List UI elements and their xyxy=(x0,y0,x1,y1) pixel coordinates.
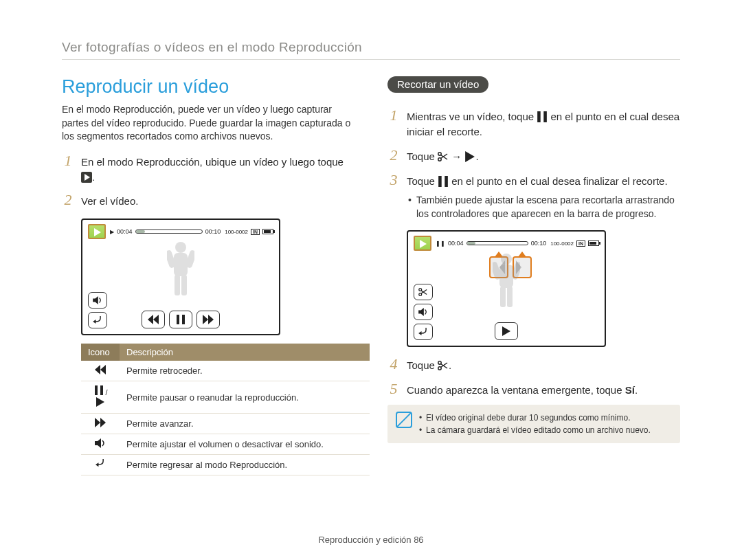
table-row: Permite avanzar. xyxy=(81,414,370,434)
play-square-icon xyxy=(81,172,92,183)
intro-text: En el modo Reproducción, puede ver un ví… xyxy=(62,103,355,144)
video-player-screenshot: ▶ 00:04 00:10 100-0002 IN xyxy=(81,219,280,335)
pause-icon xyxy=(93,385,105,395)
step-text: En el modo Reproducción, ubique un vídeo… xyxy=(81,155,355,185)
table-row: Permite regresar al modo Reproducción. xyxy=(81,455,370,475)
progress-bar xyxy=(135,229,203,234)
table-desc: Permite pausar o reanudar la reproducció… xyxy=(120,381,370,414)
storage-icon: IN xyxy=(576,240,585,247)
table-desc: Permite retroceder. xyxy=(120,361,370,381)
icon-description-table: Icono Descripción Permite retroceder. / … xyxy=(81,344,370,475)
back-button xyxy=(88,312,107,328)
forward-icon xyxy=(94,418,106,427)
battery-icon xyxy=(588,240,599,246)
time-total: 00:10 xyxy=(205,228,221,235)
pause-button xyxy=(169,311,192,328)
time-current: 00:04 xyxy=(448,240,464,247)
pause-icon xyxy=(438,176,449,187)
progress-bar xyxy=(466,241,528,245)
time-current: 00:04 xyxy=(117,228,133,235)
forward-button xyxy=(196,311,220,328)
step-text: Ver el vídeo. xyxy=(81,194,138,209)
table-desc: Permite avanzar. xyxy=(120,414,370,434)
file-number: 100-0002 xyxy=(550,240,574,247)
table-header-icon: Icono xyxy=(81,344,120,361)
play-icon xyxy=(464,151,475,162)
table-header-desc: Descripción xyxy=(120,344,370,361)
note-item: El vídeo original debe durar 10 segundos… xyxy=(419,412,651,424)
table-row: Permite retroceder. xyxy=(81,361,370,381)
breadcrumb: Ver fotografías o vídeos en el modo Repr… xyxy=(62,40,680,55)
note-item: La cámara guardará el vídeo editado como… xyxy=(419,424,651,436)
table-desc: Permite regresar al modo Reproducción. xyxy=(120,455,370,475)
table-row: Permite ajustar el volumen o desactivar … xyxy=(81,434,370,455)
step-text: Cuando aparezca la ventana emergente, to… xyxy=(407,383,638,398)
volume-icon xyxy=(94,438,106,448)
table-desc: Permite ajustar el volumen o desactivar … xyxy=(120,434,370,455)
volume-button xyxy=(88,292,107,309)
step-text: Toque . xyxy=(407,358,451,373)
step-text: Toque → . xyxy=(407,149,479,164)
figure-silhouette xyxy=(167,240,194,297)
thumbnail-icon xyxy=(414,236,431,251)
thumbnail-icon xyxy=(88,224,106,239)
pause-icon xyxy=(537,111,548,122)
time-total: 00:10 xyxy=(531,240,547,247)
note-icon xyxy=(396,412,412,428)
scissors-button xyxy=(414,284,433,300)
note-box: El vídeo original debe durar 10 segundos… xyxy=(387,405,680,443)
step-number: 2 xyxy=(387,146,400,164)
step-number: 1 xyxy=(62,152,74,170)
figure-silhouette xyxy=(493,252,520,309)
left-column: Reproducir un vídeo En el modo Reproducc… xyxy=(62,76,355,475)
divider xyxy=(62,59,680,60)
trim-screenshot: ❚❚ 00:04 00:10 100-0002 IN xyxy=(407,230,606,347)
rewind-button xyxy=(142,311,165,328)
step-number: 5 xyxy=(387,380,400,398)
step-text: Mientras ve un vídeo, toque en el punto … xyxy=(407,109,680,139)
play-icon xyxy=(94,397,106,407)
battery-icon xyxy=(262,229,273,234)
volume-button xyxy=(414,304,433,320)
step-number: 4 xyxy=(387,355,400,373)
right-column: Recortar un vídeo 1 Mientras ve un vídeo… xyxy=(387,76,680,475)
page-footer: Reproducción y edición 86 xyxy=(0,535,742,545)
section-title: Reproducir un vídeo xyxy=(62,76,355,98)
step-text: Toque en el punto en el cual desea final… xyxy=(407,174,668,189)
play-button xyxy=(495,322,518,340)
table-row: / Permite pausar o reanudar la reproducc… xyxy=(81,381,370,414)
step-number: 1 xyxy=(387,107,400,124)
back-button xyxy=(414,324,433,340)
storage-icon: IN xyxy=(251,229,260,235)
step-number: 3 xyxy=(387,171,400,189)
scissors-icon xyxy=(438,360,449,371)
back-icon xyxy=(94,459,106,469)
sub-bullet: También puede ajustar la escena para rec… xyxy=(408,193,680,221)
subsection-pill: Recortar un vídeo xyxy=(387,76,488,93)
scissors-icon xyxy=(438,151,449,162)
file-number: 100-0002 xyxy=(225,229,248,235)
step-number: 2 xyxy=(62,191,74,209)
rewind-icon xyxy=(94,365,106,374)
